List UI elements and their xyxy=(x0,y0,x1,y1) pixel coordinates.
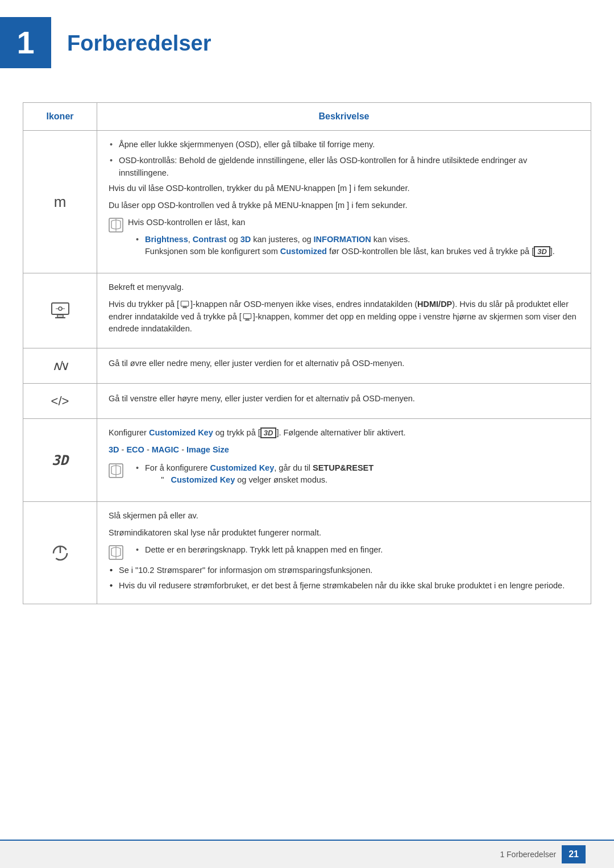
svg-rect-6 xyxy=(181,301,188,306)
desc-text: Slå skjermen på eller av. xyxy=(109,510,579,522)
list-item: Åpne eller lukke skjermmenyen (OSD), ell… xyxy=(109,139,579,151)
chapter-title: Forberedelser xyxy=(51,17,211,60)
desc-text: Gå til venstre eller høyre meny, eller j… xyxy=(109,393,579,405)
highlight-text: INFORMATION xyxy=(314,235,371,244)
desc-text: Strømindikatoren skal lyse når produktet… xyxy=(109,527,579,539)
separator-text: - xyxy=(181,445,186,454)
icon-cell-source xyxy=(23,273,97,348)
note-content: Hvis OSD-kontrollen er låst, kan Brightn… xyxy=(128,217,579,260)
desc-text: Hvis du vil låse OSD-kontrollen, trykker… xyxy=(109,182,579,195)
note-content-power: Dette er en berøringsknapp. Trykk lett p… xyxy=(128,544,579,559)
table-header-description: Beskrivelse xyxy=(97,103,591,131)
page-number: 21 xyxy=(562,845,586,863)
chapter-number: 1 xyxy=(16,27,34,59)
footer-text: 1 Forberedelser xyxy=(500,849,556,861)
menu-icon: m xyxy=(35,191,85,213)
bold-text: SETUP&RESET xyxy=(313,463,374,472)
updown-icon: ∧/∨ xyxy=(35,356,85,375)
list-item: Dette er en berøringsknapp. Trykk lett p… xyxy=(136,544,579,556)
table-row: </> Gå til venstre eller høyre meny, ell… xyxy=(23,384,591,419)
table-row: ∧/∨ Gå til øvre eller nedre meny, eller … xyxy=(23,348,591,384)
note-icon-3 xyxy=(109,545,123,560)
highlight-text: 3D xyxy=(109,445,119,454)
source-icon xyxy=(35,301,85,321)
monitor-icon xyxy=(50,301,70,321)
page-header: 1 Forberedelser xyxy=(0,0,614,85)
desc-cell-3d: Konfigurer Customized Key og trykk på [3… xyxy=(97,419,591,502)
highlight-text: Contrast xyxy=(193,235,227,244)
highlight-text: Customized Key xyxy=(149,428,213,437)
page-footer: 1 Forberedelser 21 xyxy=(0,840,614,868)
desc-cell-menu: Åpne eller lukke skjermmenyen (OSD), ell… xyxy=(97,131,591,273)
note-block-power: Dette er en berøringsknapp. Trykk lett p… xyxy=(109,544,579,560)
note-block: Hvis OSD-kontrollen er låst, kan Brightn… xyxy=(109,217,579,260)
3d-box-icon: 3D xyxy=(260,427,277,438)
svg-rect-9 xyxy=(243,313,251,318)
svg-rect-2 xyxy=(52,303,69,314)
highlight-text: Customized Key xyxy=(210,463,274,472)
power-icon xyxy=(35,544,85,562)
desc-cell-leftright: Gå til venstre eller høyre meny, eller j… xyxy=(97,384,591,419)
list-item: Brightness, Contrast og 3D kan justeres,… xyxy=(136,234,579,259)
icons-table: Ikoner Beskrivelse m Åpne eller lukke sk… xyxy=(23,102,591,604)
chapter-number-block: 1 xyxy=(0,17,51,68)
note-block: For å konfigurere Customized Key, går du… xyxy=(109,462,579,489)
desc-text: Bekreft et menyvalg. xyxy=(109,281,579,294)
highlight-customized-key: Customized Key xyxy=(171,475,235,484)
inline-monitor-icon2 xyxy=(242,313,253,322)
table-row: Bekreft et menyvalg. Hvis du trykker på … xyxy=(23,273,591,348)
icon-cell-menu: m xyxy=(23,131,97,273)
svg-point-5 xyxy=(59,307,62,310)
desc-text: Konfigurer Customized Key og trykk på [3… xyxy=(109,427,579,439)
svg-rect-7 xyxy=(184,306,186,308)
note-text: Hvis OSD-kontrollen er låst, kan xyxy=(128,217,579,229)
note-icon xyxy=(109,218,123,232)
desc-cell-source: Bekreft et menyvalg. Hvis du trykker på … xyxy=(97,273,591,348)
table-header-icons: Ikoner xyxy=(23,103,97,131)
desc-text: Hvis du trykker på []-knappen når OSD-me… xyxy=(109,298,579,335)
desc-text: Gå til øvre eller nedre meny, eller just… xyxy=(109,358,579,370)
table-row: m Åpne eller lukke skjermmenyen (OSD), e… xyxy=(23,131,591,273)
3d-key-icon: 3D xyxy=(35,450,85,471)
highlight-text: MAGIC xyxy=(152,445,179,454)
list-item: • Hvis du vil redusere strømforbruket, e… xyxy=(109,580,579,592)
list-item: • Se i "10.2 Strømsparer" for informasjo… xyxy=(109,564,579,577)
icon-cell-3d: 3D xyxy=(23,419,97,502)
power-symbol-icon xyxy=(51,544,69,562)
highlight-text: ECO xyxy=(126,445,144,454)
highlight-text: 3D xyxy=(240,235,251,244)
svg-rect-10 xyxy=(246,319,248,320)
highlight-text: Brightness xyxy=(145,235,188,244)
leftright-icon: </> xyxy=(35,392,85,410)
highlight-line: 3D - ECO - MAGIC - Image Size xyxy=(109,444,579,456)
highlight-text: Customized xyxy=(280,247,327,256)
bold-text: HDMI/DP xyxy=(417,300,452,309)
separator-text: - xyxy=(147,445,152,454)
table-row: 3D Konfigurer Customized Key og trykk på… xyxy=(23,419,591,502)
note-icon-2 xyxy=(109,463,123,478)
table-row: Slå skjermen på eller av. Strømindikator… xyxy=(23,502,591,604)
inline-monitor-icon xyxy=(179,300,190,309)
highlight-text: Image Size xyxy=(186,445,229,454)
desc-cell-updown: Gå til øvre eller nedre meny, eller just… xyxy=(97,348,591,384)
icon-cell-leftright: </> xyxy=(23,384,97,419)
note-content-3d: For å konfigurere Customized Key, går du… xyxy=(128,462,579,489)
icon-cell-updown: ∧/∨ xyxy=(23,348,97,384)
icon-cell-power xyxy=(23,502,97,604)
3d-box-icon: 3D xyxy=(534,246,550,257)
list-item: For å konfigurere Customized Key, går du… xyxy=(136,462,579,487)
list-item: OSD-kontrollås: Behold de gjeldende inns… xyxy=(109,155,579,180)
desc-cell-power: Slå skjermen på eller av. Strømindikator… xyxy=(97,502,591,604)
desc-text: Du låser opp OSD-kontrollen ved å trykke… xyxy=(109,200,579,212)
svg-rect-3 xyxy=(57,315,63,317)
